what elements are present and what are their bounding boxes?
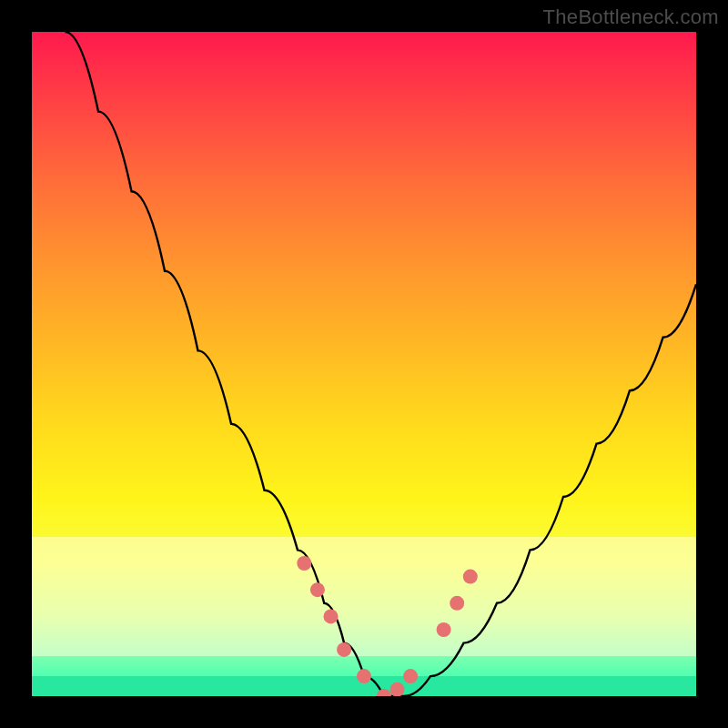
highlight-dot [390, 682, 405, 696]
plot-area [32, 32, 696, 696]
highlight-dot [450, 596, 464, 611]
highlight-dot [297, 556, 311, 571]
bottleneck-curve [66, 32, 697, 696]
highlight-dot [377, 689, 391, 696]
curve-svg [32, 32, 696, 696]
highlight-dot [437, 622, 451, 637]
highlight-dot [357, 669, 371, 683]
highlight-dot [463, 570, 478, 584]
watermark-text: TheBottleneck.com [543, 5, 719, 29]
chart-frame: TheBottleneck.com [0, 0, 728, 728]
highlight-dot [337, 642, 351, 657]
highlight-dot [310, 582, 325, 597]
highlight-dots [297, 556, 478, 696]
highlight-dot [324, 609, 339, 623]
highlight-dot [403, 669, 418, 683]
